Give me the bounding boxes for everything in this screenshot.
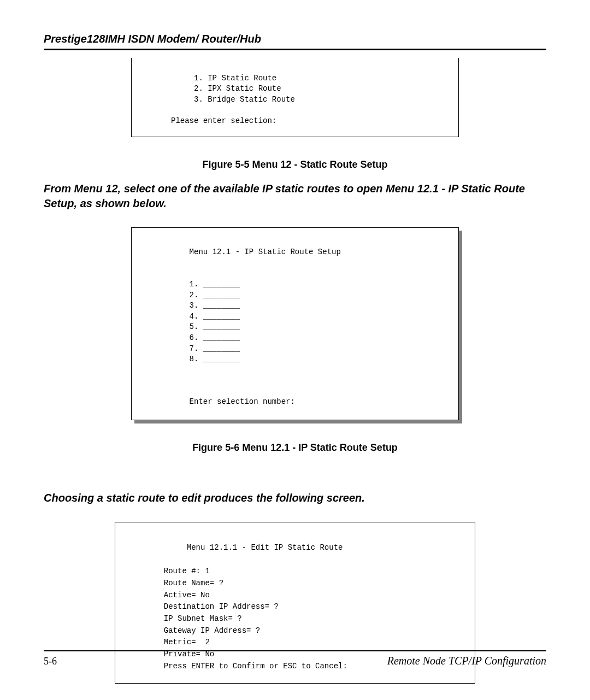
menu-12-1-box: Menu 12.1 - IP Static Route Setup 1. ___… <box>131 227 459 421</box>
menu121-prompt: Enter selection number: <box>148 397 295 406</box>
menu-12-1-wrap: Menu 12.1 - IP Static Route Setup 1. ___… <box>131 227 459 421</box>
footer-section-title: Remote Node TCP/IP Configuration <box>387 655 546 667</box>
menu1211-subnet: IP Subnet Mask= ? <box>132 614 242 623</box>
menu12-option-1: 1. IP Static Route <box>148 74 276 83</box>
menu1211-dest-ip: Destination IP Address= ? <box>132 602 279 611</box>
footer-rule <box>44 650 546 651</box>
paragraph-2: Choosing a static route to edit produces… <box>44 491 546 505</box>
page-footer: 5-6 Remote Node TCP/IP Configuration <box>44 650 546 667</box>
menu121-item-7: 7. ________ <box>148 344 240 353</box>
page-header: Prestige128IMH ISDN Modem/ Router/Hub <box>44 33 546 50</box>
menu121-item-2: 2. ________ <box>148 291 240 299</box>
menu1211-route-name: Route Name= ? <box>132 579 223 587</box>
menu1211-route-num: Route #: 1 <box>132 567 210 575</box>
menu12-prompt: Please enter selection: <box>148 116 276 125</box>
menu121-item-3: 3. ________ <box>148 301 240 310</box>
menu121-item-5: 5. ________ <box>148 322 240 331</box>
menu1211-gateway: Gateway IP Address= ? <box>132 626 260 635</box>
menu121-item-8: 8. ________ <box>148 355 240 363</box>
menu1211-title: Menu 12.1.1 - Edit IP Static Route <box>132 543 343 552</box>
menu-12-box: 1. IP Static Route 2. IPX Static Route 3… <box>131 58 459 137</box>
menu121-item-6: 6. ________ <box>148 333 240 342</box>
menu1211-metric: Metric= 2 <box>132 638 210 646</box>
menu121-title: Menu 12.1 - IP Static Route Setup <box>148 248 341 256</box>
menu12-option-2: 2. IPX Static Route <box>148 84 281 93</box>
header-rule <box>44 49 546 50</box>
book-title: Prestige128IMH ISDN Modem/ Router/Hub <box>44 33 546 49</box>
page-number: 5-6 <box>44 656 57 667</box>
menu1211-active: Active= No <box>132 591 210 599</box>
figure-5-5-caption: Figure 5-5 Menu 12 - Static Route Setup <box>44 159 546 170</box>
menu12-option-3: 3. Bridge Static Route <box>148 95 295 104</box>
paragraph-1: From Menu 12, select one of the availabl… <box>44 181 546 211</box>
figure-5-6-caption: Figure 5-6 Menu 12.1 - IP Static Route S… <box>44 442 546 454</box>
menu121-item-1: 1. ________ <box>148 280 240 289</box>
menu121-item-4: 4. ________ <box>148 312 240 321</box>
